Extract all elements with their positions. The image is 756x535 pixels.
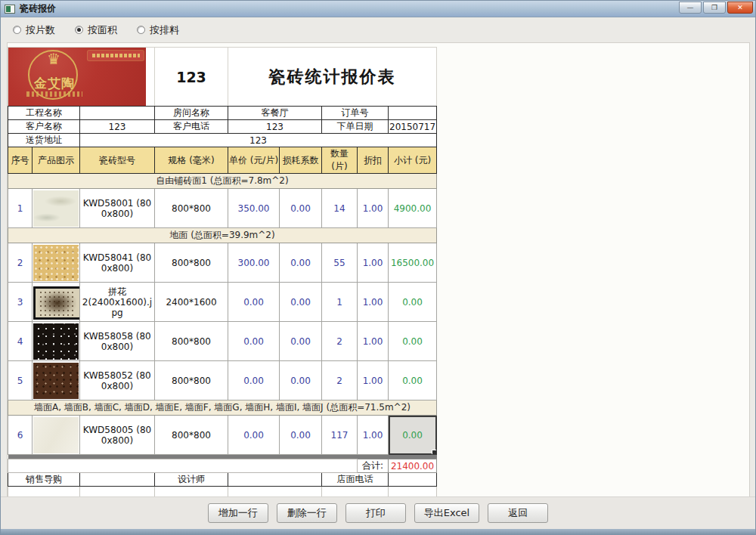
order-no-value[interactable] bbox=[389, 107, 437, 120]
discount[interactable]: 1.00 bbox=[358, 322, 389, 361]
row-index[interactable]: 2 bbox=[8, 243, 33, 283]
radio-by-layout[interactable]: 按排料 bbox=[137, 23, 179, 37]
unit-price[interactable]: 0.00 bbox=[228, 361, 280, 400]
radio-circle-icon bbox=[75, 26, 83, 34]
row-index[interactable]: 4 bbox=[8, 322, 33, 361]
product-image-cell[interactable] bbox=[33, 243, 80, 283]
subtotal[interactable]: 0.00 bbox=[389, 322, 437, 361]
unit-price[interactable]: 0.00 bbox=[228, 322, 280, 361]
export-excel-button[interactable]: 导出Excel bbox=[414, 503, 479, 523]
customer-name-label: 客户名称 bbox=[8, 120, 80, 134]
discount[interactable]: 1.00 bbox=[358, 283, 389, 322]
tile-spec[interactable]: 2400*1600 bbox=[155, 283, 228, 322]
row-index[interactable]: 1 bbox=[8, 189, 33, 228]
customer-phone-value[interactable]: 123 bbox=[228, 120, 322, 134]
delete-row-button[interactable]: 删除一行 bbox=[277, 503, 337, 523]
subtotal[interactable]: 0.00 bbox=[389, 283, 437, 322]
loss-factor[interactable]: 0.00 bbox=[280, 361, 322, 400]
subtotal[interactable]: 4900.00 bbox=[389, 189, 437, 228]
loss-factor[interactable]: 0.00 bbox=[280, 322, 322, 361]
tile-model[interactable]: KWD58005 (800x800) bbox=[80, 416, 155, 455]
table-row: 1 KWD58001 (800x800) 800*800 350.00 0.00… bbox=[8, 189, 437, 228]
quotation-grid: ♛ 金艾陶 123 瓷砖统计报价表 工程名称 房间名称 客餐厅 订 bbox=[8, 47, 437, 499]
col-header-subtotal: 小计 (元) bbox=[389, 147, 437, 174]
restore-icon: ❐ bbox=[711, 4, 717, 11]
print-button[interactable]: 打印 bbox=[345, 503, 406, 523]
product-image-cell[interactable] bbox=[33, 322, 80, 361]
tile-spec[interactable]: 800*800 bbox=[155, 416, 228, 455]
row-index[interactable]: 6 bbox=[8, 416, 33, 455]
order-date-value[interactable]: 20150717 bbox=[389, 120, 437, 134]
loss-factor[interactable]: 0.00 bbox=[280, 189, 322, 228]
unit-price[interactable]: 0.00 bbox=[228, 283, 280, 322]
unit-price[interactable]: 300.00 bbox=[228, 243, 280, 283]
product-image-cell[interactable] bbox=[33, 416, 80, 455]
subtotal-selected-cell[interactable]: 0.00 bbox=[389, 416, 437, 455]
tile-spec[interactable]: 800*800 bbox=[155, 322, 228, 361]
room-name-value[interactable]: 客餐厅 bbox=[228, 107, 322, 120]
sales-guide-value[interactable] bbox=[80, 473, 155, 487]
titlebar[interactable]: 瓷砖报价 — ❐ ✕ bbox=[1, 1, 755, 17]
framed-medallion-tile bbox=[33, 286, 80, 320]
tile-model[interactable]: KWD58001 (800x800) bbox=[80, 189, 155, 228]
tile-spec[interactable]: 800*800 bbox=[155, 189, 228, 228]
tile-model[interactable]: KWB58058 (800x800) bbox=[80, 322, 155, 361]
quantity[interactable]: 2 bbox=[322, 361, 358, 400]
quantity[interactable]: 1 bbox=[322, 283, 358, 322]
minimize-button[interactable]: — bbox=[679, 2, 702, 14]
discount[interactable]: 1.00 bbox=[358, 416, 389, 455]
product-image-cell[interactable] bbox=[33, 189, 80, 228]
product-image-cell[interactable] bbox=[33, 361, 80, 400]
tile-model[interactable]: KWB58052 (800x800) bbox=[80, 361, 155, 400]
quantity[interactable]: 55 bbox=[322, 243, 358, 283]
app-window: 瓷砖报价 — ❐ ✕ 按片数 按面积 按排料 bbox=[0, 0, 756, 535]
row-index[interactable]: 3 bbox=[8, 283, 33, 322]
store-phone-value[interactable] bbox=[389, 473, 437, 487]
loss-factor[interactable]: 0.00 bbox=[280, 283, 322, 322]
discount[interactable]: 1.00 bbox=[358, 189, 389, 228]
discount[interactable]: 1.00 bbox=[358, 243, 389, 283]
loss-factor[interactable]: 0.00 bbox=[280, 243, 322, 283]
add-row-button[interactable]: 增加一行 bbox=[208, 503, 268, 523]
unit-price[interactable]: 0.00 bbox=[228, 416, 280, 455]
col-header-index: 序号 bbox=[8, 147, 33, 174]
tile-model[interactable]: 拼花 2(2400x1600).jpg bbox=[80, 283, 155, 322]
total-row: 合计: 21400.00 bbox=[8, 459, 437, 473]
subtotal[interactable]: 16500.00 bbox=[389, 243, 437, 283]
section-label: 地面 (总面积=39.9m^2) bbox=[8, 228, 437, 243]
store-phone-label: 店面电话 bbox=[322, 473, 389, 487]
section-row-free-surface: 自由铺砖面1 (总面积=7.8m^2) bbox=[8, 174, 437, 189]
tile-spec[interactable]: 800*800 bbox=[155, 361, 228, 400]
quantity[interactable]: 2 bbox=[322, 322, 358, 361]
close-button[interactable]: ✕ bbox=[727, 2, 753, 14]
restore-button[interactable]: ❐ bbox=[703, 2, 726, 14]
tile-model[interactable]: KWD58041 (800x800) bbox=[80, 243, 155, 283]
unit-price[interactable]: 350.00 bbox=[228, 189, 280, 228]
subtotal[interactable]: 0.00 bbox=[389, 361, 437, 400]
quantity[interactable]: 14 bbox=[322, 189, 358, 228]
product-image-cell[interactable] bbox=[33, 283, 80, 322]
quantity[interactable]: 117 bbox=[322, 416, 358, 455]
customer-name-value[interactable]: 123 bbox=[80, 120, 155, 134]
delivery-address-label: 送货地址 bbox=[8, 134, 80, 147]
radio-by-piece[interactable]: 按片数 bbox=[13, 23, 55, 37]
column-header-row: 序号 产品图示 瓷砖型号 规格 (毫米) 单价 (元/片) 损耗系数 数量 (片… bbox=[8, 147, 437, 174]
app-icon bbox=[5, 5, 15, 14]
back-button[interactable]: 返回 bbox=[488, 503, 548, 523]
tile-spec[interactable]: 800*800 bbox=[155, 243, 228, 283]
sales-guide-label: 销售导购 bbox=[8, 473, 80, 487]
loss-factor[interactable]: 0.00 bbox=[280, 416, 322, 455]
footer-row: 销售导购 设计师 店面电话 bbox=[8, 473, 437, 487]
row-index[interactable]: 5 bbox=[8, 361, 33, 400]
info-row: 工程名称 房间名称 客餐厅 订单号 bbox=[8, 107, 437, 120]
designer-value[interactable] bbox=[228, 473, 322, 487]
delivery-address-value[interactable]: 123 bbox=[80, 134, 437, 147]
discount[interactable]: 1.00 bbox=[358, 361, 389, 400]
total-value[interactable]: 21400.00 bbox=[389, 459, 437, 473]
report-order-number[interactable]: 123 bbox=[155, 48, 228, 107]
radio-by-area[interactable]: 按面积 bbox=[75, 23, 117, 37]
project-name-value[interactable] bbox=[80, 107, 155, 120]
radio-label: 按片数 bbox=[26, 23, 55, 37]
window-frame-bottom bbox=[1, 529, 755, 534]
order-no-label: 订单号 bbox=[322, 107, 389, 120]
